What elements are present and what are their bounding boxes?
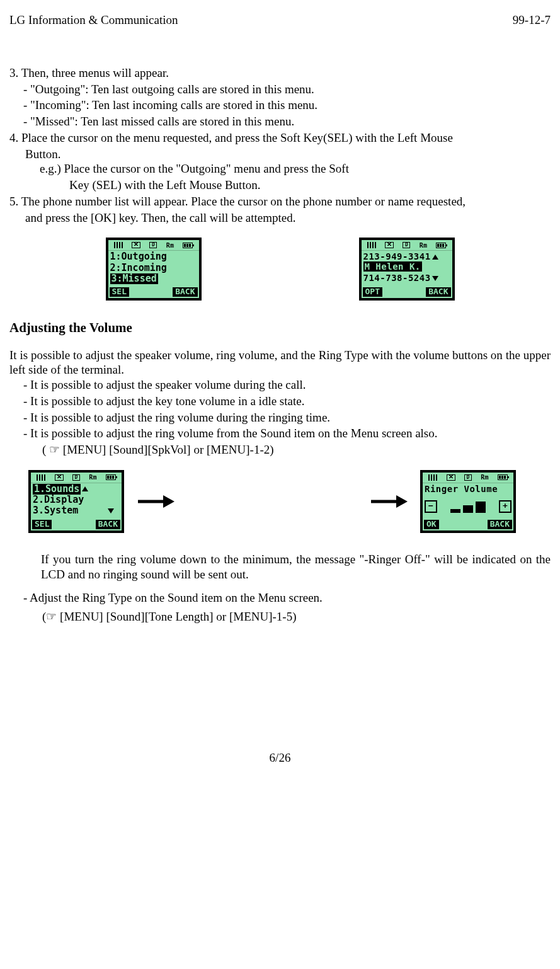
softkey-bar: SEL BACK <box>110 287 198 297</box>
screen-body: 1.Sounds 2.Display 3.System <box>31 483 122 523</box>
vol-bullet-1: - It is possible to adjust the speaker v… <box>9 377 551 393</box>
softkey-opt: OPT <box>363 287 382 297</box>
ringer-off-note: If you turn the ring volume down to the … <box>9 552 551 582</box>
d-icon: D <box>403 242 410 248</box>
plus-button: + <box>499 500 511 513</box>
rm-icon: Rm <box>420 242 427 249</box>
step-4-line2: Button. <box>9 147 551 162</box>
minus-button: − <box>425 500 437 513</box>
volume-bar-2 <box>463 505 473 513</box>
number-row-1: 213-949-3341 <box>363 251 450 261</box>
volume-bar-1 <box>450 509 460 513</box>
ring-type-ref: (☞ [MENU] [Sound][Tone Length] or [MENU]… <box>9 609 551 624</box>
softkey-back: BACK <box>96 520 120 529</box>
bullet-outgoing: - "Outgoing": Ten last outgoing calls ar… <box>9 82 551 97</box>
d-icon: D <box>464 474 472 481</box>
battery-icon <box>498 474 508 480</box>
arrow-right-icon <box>137 492 174 511</box>
signal-icon <box>367 242 376 248</box>
softkey-bar: OPT BACK <box>363 287 451 297</box>
page-header: LG Information & Communication 99-12-7 <box>9 13 551 28</box>
rm-icon: Rm <box>481 474 488 481</box>
main-content: 3. Then, three menus will appear. - "Out… <box>9 66 551 624</box>
menu-system-row: 3.System <box>33 505 120 516</box>
step-5-line1: 5. The phone number list will appear. Pl… <box>9 194 551 209</box>
envelope-icon <box>132 242 140 248</box>
header-right: 99-12-7 <box>513 13 551 28</box>
lcd-screen-numbers: D Rm 213-949-3341 M Helen K. 714-738-524… <box>359 238 455 301</box>
section-title-volume: Adjusting the Volume <box>9 319 551 336</box>
page-footer: 6/26 <box>9 750 551 765</box>
step-4-example-2: Key (SEL) with the Left Mouse Button. <box>9 178 551 193</box>
status-bar: D Rm <box>31 473 122 483</box>
down-arrow-icon <box>432 276 438 281</box>
volume-bar-3 <box>476 502 486 513</box>
menu-display: 2.Display <box>33 495 120 505</box>
down-arrow-icon <box>108 508 114 513</box>
arrow-right-icon <box>370 492 408 511</box>
number-row-3: 714-738-5243 <box>363 273 450 283</box>
screen-body: 1:Outgoing 2:Incoming 3:Missed <box>108 251 199 290</box>
softkey-sel: SEL <box>32 520 52 529</box>
envelope-icon <box>385 242 394 248</box>
signal-icon <box>114 242 123 248</box>
menu-sounds-row: 1.Sounds <box>33 484 120 495</box>
rm-icon: Rm <box>166 242 174 249</box>
lcd-screen-ringer-volume: D Rm Ringer Volume − + OK BACK <box>420 470 516 533</box>
signal-icon <box>428 474 437 481</box>
bullet-incoming: - "Incoming": Ten last incoming calls ar… <box>9 98 551 113</box>
signal-icon <box>37 474 45 481</box>
vol-bullet-3: - It is possible to adjust the ring volu… <box>9 410 551 425</box>
svg-marker-1 <box>163 495 174 508</box>
menu-missed-selected: 3:Missed <box>110 273 158 284</box>
ring-type-bullet: - Adjust the Ring Type on the Sound item… <box>9 590 551 605</box>
volume-bars <box>450 502 486 513</box>
softkey-sel: SEL <box>110 287 129 297</box>
softkey-back: BACK <box>173 287 197 297</box>
volume-control-row: − + <box>425 494 511 513</box>
screen-body: 213-949-3341 M Helen K. 714-738-5243 <box>362 251 452 290</box>
menu-sounds-selected: 1.Sounds <box>33 484 81 495</box>
step-4-line1: 4. Place the cursor on the menu requeste… <box>9 130 551 146</box>
softkey-bar: OK BACK <box>424 520 512 529</box>
battery-icon <box>436 243 446 248</box>
menu-incoming: 2:Incoming <box>110 263 197 273</box>
svg-marker-3 <box>396 495 408 508</box>
vol-bullet-4: - It is possible to adjust the ring volu… <box>9 426 551 441</box>
d-icon: D <box>149 242 157 248</box>
softkey-back: BACK <box>488 520 512 529</box>
step-5-line2: and press the [OK] key. Then, the call w… <box>9 210 551 226</box>
bullet-missed: - "Missed": Ten last missed calls are st… <box>9 114 551 129</box>
header-left: LG Information & Communication <box>9 13 178 28</box>
screenshots-row-2: D Rm 1.Sounds 2.Display 3.System SEL BAC… <box>9 470 551 533</box>
vol-bullet-4-ref: ( ☞ [MENU] [Sound][SpkVol] or [MENU]-1-2… <box>9 442 551 457</box>
screenshots-row-1: D Rm 1:Outgoing 2:Incoming 3:Missed SEL … <box>9 238 551 301</box>
softkey-back: BACK <box>426 287 450 297</box>
d-icon: D <box>72 474 80 481</box>
ringer-volume-title: Ringer Volume <box>425 484 511 494</box>
step-4-example-1: e.g.) Place the cursor on the "Outgoing"… <box>9 161 551 176</box>
lcd-screen-menu: D Rm 1:Outgoing 2:Incoming 3:Missed SEL … <box>106 238 202 301</box>
up-arrow-icon <box>82 486 88 491</box>
envelope-icon <box>55 474 64 481</box>
envelope-icon <box>447 474 455 481</box>
battery-icon <box>183 243 193 248</box>
status-bar: D Rm <box>362 240 452 251</box>
step-3: 3. Then, three menus will appear. <box>9 66 551 81</box>
battery-icon <box>106 474 116 480</box>
volume-intro: It is possible to adjust the speaker vol… <box>9 348 551 378</box>
status-bar: D Rm <box>423 473 513 483</box>
lcd-screen-sounds-menu: D Rm 1.Sounds 2.Display 3.System SEL BAC… <box>28 470 124 533</box>
softkey-ok: OK <box>424 520 439 529</box>
status-bar: D Rm <box>108 240 199 251</box>
number-row-selected: M Helen K. <box>363 261 422 272</box>
up-arrow-icon <box>432 255 438 260</box>
rm-icon: Rm <box>89 474 96 481</box>
softkey-bar: SEL BACK <box>32 520 120 529</box>
screen-body: Ringer Volume − + <box>423 483 513 513</box>
vol-bullet-2: - It is possible to adjust the key tone … <box>9 394 551 409</box>
menu-outgoing: 1:Outgoing <box>110 251 197 262</box>
